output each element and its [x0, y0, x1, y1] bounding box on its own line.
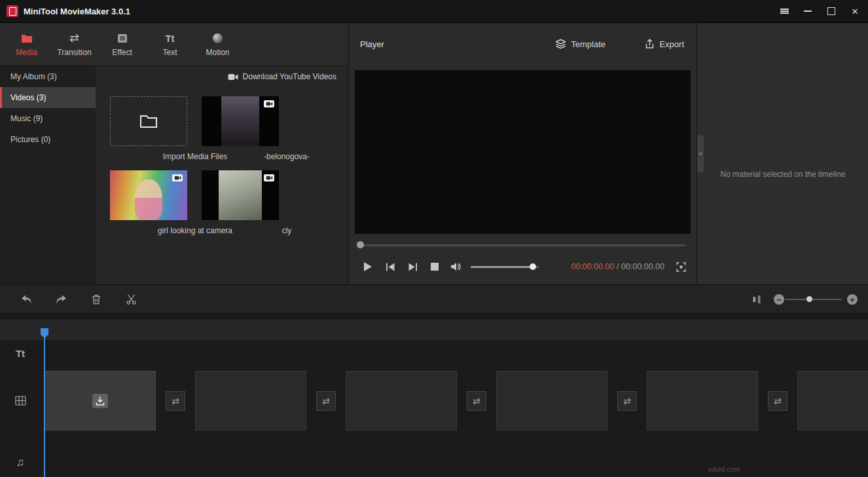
- thumbnail-image: [221, 96, 259, 146]
- close-button[interactable]: ×: [843, 0, 867, 22]
- window-controls: ×: [772, 0, 867, 22]
- app-title: MiniTool MovieMaker 3.0.1: [24, 0, 130, 22]
- previous-frame-button[interactable]: [379, 259, 401, 274]
- maximize-icon: [827, 7, 835, 15]
- chevron-right-icon: >: [698, 150, 702, 157]
- timeline-clip-slot[interactable]: [346, 371, 457, 430]
- timeline-clip-slot[interactable]: [797, 371, 868, 430]
- transition-slot[interactable]: ⇄: [316, 391, 336, 411]
- seek-bar[interactable]: [360, 244, 685, 246]
- video-track-icon: [0, 392, 41, 408]
- template-button[interactable]: Template: [555, 23, 606, 65]
- text-tt-icon: Tt: [165, 31, 174, 45]
- export-icon: [645, 39, 655, 49]
- next-frame-button[interactable]: [401, 259, 424, 274]
- property-panel: > No material selected on the timeline: [696, 23, 868, 284]
- watermark: wtvid.com: [708, 465, 740, 473]
- minus-icon: −: [776, 296, 782, 304]
- video-badge-icon: [264, 100, 274, 107]
- transition-slot[interactable]: ⇄: [617, 391, 637, 411]
- video-badge-icon: [264, 174, 274, 181]
- timeline-clip-slot[interactable]: [647, 371, 758, 430]
- timeline: Tt ♫ ⇄ ⇄ ⇄ ⇄ ⇄: [0, 313, 868, 477]
- close-icon: ×: [852, 6, 858, 17]
- import-media-button[interactable]: [110, 96, 187, 146]
- sidebar-item-videos[interactable]: Videos (3): [0, 87, 96, 108]
- seek-handle[interactable]: [357, 241, 364, 248]
- timeline-toolbar: − +: [0, 284, 868, 314]
- hamburger-icon: [780, 7, 789, 14]
- tab-text[interactable]: Tt Text: [146, 23, 194, 66]
- import-label: Import Media Files: [149, 152, 241, 161]
- top-tab-bar: Media ⇄ Transition Effect Tt Text Motion: [0, 23, 348, 66]
- stop-button[interactable]: [424, 259, 446, 274]
- video-thumbnail-belonogova[interactable]: [202, 96, 279, 146]
- video-preview[interactable]: [355, 70, 691, 234]
- transition-slot[interactable]: ⇄: [768, 391, 787, 411]
- zoom-fit-icon: [752, 295, 761, 304]
- play-button[interactable]: [357, 259, 379, 274]
- audio-track-icon: ♫: [0, 455, 41, 470]
- volume-button[interactable]: [446, 259, 465, 274]
- zoom-out-button[interactable]: −: [774, 294, 784, 305]
- undo-icon: [21, 295, 32, 304]
- transition-slot[interactable]: ⇄: [166, 391, 185, 411]
- trash-icon: [92, 294, 101, 305]
- split-button[interactable]: [120, 285, 141, 314]
- scissors-icon: [126, 294, 136, 305]
- current-time: 00:00:00.00: [571, 262, 614, 271]
- tab-motion[interactable]: Motion: [194, 23, 242, 66]
- timeline-clip-slot[interactable]: [45, 371, 156, 430]
- timeline-ruler[interactable]: [0, 320, 868, 340]
- plus-icon: +: [850, 296, 855, 304]
- camcorder-icon: [228, 73, 238, 81]
- player-title: Player: [360, 23, 384, 65]
- add-to-timeline-icon: [92, 394, 108, 408]
- player-panel: Player Template Export: [348, 23, 697, 284]
- minimize-button[interactable]: [796, 0, 820, 22]
- zoom-in-button[interactable]: +: [847, 294, 858, 305]
- export-button[interactable]: Export: [645, 23, 684, 65]
- empty-selection-message: No material selected on the timeline: [697, 170, 868, 179]
- tab-media[interactable]: Media: [3, 23, 50, 66]
- timeline-clip-slot[interactable]: [496, 371, 607, 430]
- undo-button[interactable]: [16, 285, 37, 314]
- fullscreen-button[interactable]: [672, 259, 689, 274]
- maximize-button[interactable]: [820, 0, 843, 22]
- panel-expand-button[interactable]: >: [697, 135, 704, 172]
- video-label: cly: [241, 226, 333, 235]
- thumbnail-image: [219, 170, 262, 220]
- zoom-fit-button[interactable]: [746, 285, 767, 314]
- sidebar-item-music[interactable]: Music (9): [0, 108, 96, 129]
- timeline-zoom-slider[interactable]: [786, 299, 842, 300]
- timeline-zoom-handle[interactable]: [806, 296, 812, 302]
- tab-effect[interactable]: Effect: [98, 23, 146, 66]
- text-track-icon: Tt: [0, 345, 41, 361]
- transition-slot[interactable]: ⇄: [467, 391, 486, 411]
- tab-transition[interactable]: ⇄ Transition: [50, 23, 98, 66]
- video-label: -belonogova-: [241, 152, 333, 161]
- redo-button[interactable]: [50, 285, 71, 314]
- app-logo-icon: [7, 5, 18, 17]
- delete-button[interactable]: [86, 285, 107, 314]
- sidebar-item-my-album[interactable]: My Album (3): [0, 66, 96, 87]
- layers-icon: [555, 39, 566, 49]
- video-thumbnail-girl[interactable]: [110, 170, 187, 220]
- import-folder-icon: [139, 113, 158, 129]
- effect-icon: [117, 31, 128, 45]
- volume-handle[interactable]: [530, 263, 536, 270]
- video-thumbnail-cly[interactable]: [202, 170, 279, 220]
- menu-button[interactable]: [772, 0, 796, 22]
- sidebar-item-pictures[interactable]: Pictures (0): [0, 129, 96, 150]
- transition-arrows-icon: ⇄: [69, 31, 79, 45]
- timecode: 00:00:00.00 / 00:00:00.00: [571, 262, 664, 271]
- album-sidebar: My Album (3) Videos (3) Music (9) Pictur…: [0, 66, 96, 285]
- media-folder-icon: [21, 31, 33, 45]
- download-youtube-link[interactable]: Download YouTube Videos: [96, 66, 348, 87]
- minimize-icon: [804, 10, 812, 12]
- video-badge-icon: [172, 174, 183, 181]
- volume-fill: [471, 266, 533, 268]
- total-time: 00:00:00.00: [621, 262, 664, 271]
- timeline-clip-slot[interactable]: [195, 371, 306, 430]
- volume-slider[interactable]: [471, 266, 539, 268]
